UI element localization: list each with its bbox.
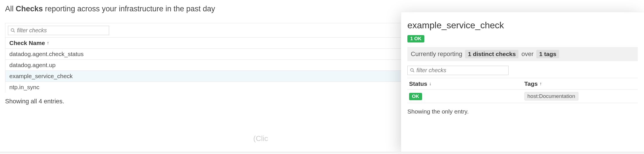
col-tags[interactable]: Tags ↑ bbox=[523, 78, 638, 90]
tags-cell: host:Documentation bbox=[523, 90, 638, 103]
tag-pill[interactable]: host:Documentation bbox=[524, 92, 578, 100]
title-prefix: All bbox=[5, 5, 16, 13]
title-bold: Checks bbox=[16, 5, 43, 13]
title-suffix: reporting across your infrastructure in … bbox=[43, 5, 215, 13]
sort-asc-icon: ↑ bbox=[46, 40, 49, 45]
filter-box[interactable] bbox=[8, 26, 109, 35]
sort-asc-icon: ↑ bbox=[538, 81, 542, 86]
detail-title: example_service_check bbox=[407, 20, 638, 31]
svg-line-3 bbox=[413, 71, 414, 72]
filter-checks-input[interactable] bbox=[17, 27, 107, 34]
status-ok-badge: OK bbox=[409, 93, 422, 100]
detail-filter-wrap bbox=[407, 66, 638, 75]
col-tags-label: Tags bbox=[524, 80, 538, 87]
sort-desc-icon: ↓ bbox=[428, 81, 431, 86]
status-badge: 1 OK bbox=[407, 35, 424, 42]
detail-table: Status ↓ Tags ↑ OK host:Documentation bbox=[407, 78, 638, 103]
col-check-name-label: Check Name bbox=[9, 40, 45, 46]
check-detail-panel: example_service_check 1 OK Currently rep… bbox=[401, 12, 644, 154]
svg-line-1 bbox=[14, 31, 15, 32]
svg-point-2 bbox=[410, 69, 413, 71]
footer-divider bbox=[0, 152, 644, 153]
detail-table-row[interactable]: OK host:Documentation bbox=[407, 90, 638, 103]
search-icon bbox=[410, 68, 415, 73]
detail-filter-box[interactable] bbox=[407, 66, 509, 75]
col-status[interactable]: Status ↓ bbox=[407, 78, 523, 90]
detail-entries-summary: Showing the only entry. bbox=[407, 108, 638, 115]
search-icon bbox=[10, 28, 15, 33]
reporting-summary-bar: Currently reporting 1 distinct checks ov… bbox=[407, 47, 638, 61]
reporting-prefix: Currently reporting bbox=[411, 50, 462, 58]
reporting-mid: over bbox=[521, 50, 533, 58]
distinct-checks-pill: 1 distinct checks bbox=[465, 50, 518, 58]
col-status-label: Status bbox=[409, 80, 427, 87]
detail-filter-checks-input[interactable] bbox=[416, 67, 506, 74]
click-hint-text: (Clic bbox=[253, 134, 268, 143]
svg-point-0 bbox=[11, 29, 14, 31]
status-cell: OK bbox=[407, 90, 523, 103]
tags-count-pill: 1 tags bbox=[536, 50, 559, 58]
